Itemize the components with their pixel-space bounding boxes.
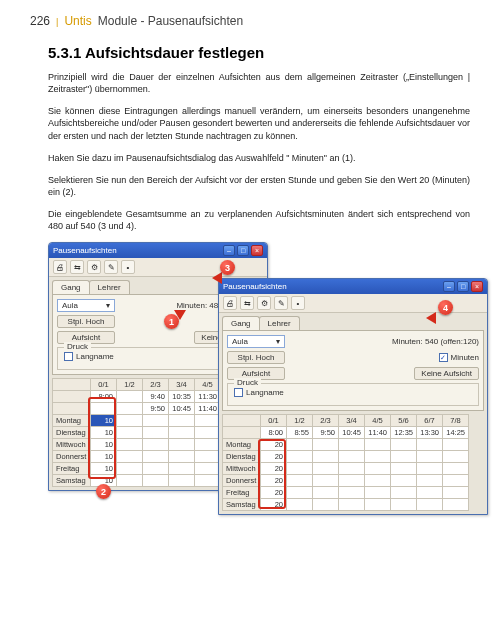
minimize-button[interactable]: –	[443, 281, 455, 292]
paragraph: Selektieren Sie nun den Bereich der Aufs…	[48, 174, 470, 198]
paragraph: Die eingeblendete Gesamtsumme an zu verp…	[48, 208, 470, 232]
tab-lehrer[interactable]: Lehrer	[89, 280, 130, 294]
toolbar-icon[interactable]: 🖨	[53, 260, 67, 274]
tab-gang[interactable]: Gang	[222, 316, 260, 330]
toolbar-icon[interactable]: ✎	[104, 260, 118, 274]
page-header: 226 | Untis Module - Pausenaufsichten	[30, 14, 470, 28]
window-title: Pausenaufsichten	[53, 246, 221, 255]
highlight-box-values-left	[88, 397, 116, 479]
chevron-down-icon: ▾	[106, 301, 110, 310]
toolbar-icon[interactable]: ✎	[274, 296, 288, 310]
keine-aufsicht-button[interactable]: Keine Aufsicht	[414, 367, 479, 380]
brand-name: Untis	[64, 14, 91, 28]
minimize-button[interactable]: –	[223, 245, 235, 256]
window-title: Pausenaufsichten	[223, 282, 441, 291]
titlebar[interactable]: Pausenaufsichten – □ ×	[49, 243, 267, 258]
maximize-button[interactable]: □	[457, 281, 469, 292]
minutes-label: Minuten: 540 (offen:120)	[392, 337, 479, 346]
close-button[interactable]: ×	[471, 281, 483, 292]
figure-area: Pausenaufsichten – □ × 🖨 ⇆ ⚙ ✎ • Gang Le…	[48, 242, 470, 542]
titlebar[interactable]: Pausenaufsichten – □ ×	[219, 279, 487, 294]
druck-legend: Druck	[234, 378, 261, 387]
stpl-hoch-button[interactable]: Stpl. Hoch	[227, 351, 285, 364]
tab-gang[interactable]: Gang	[52, 280, 90, 294]
paragraph: Sie können diese Eintragungen allerdings…	[48, 105, 470, 141]
callout-arrow-icon	[212, 272, 222, 284]
callout-arrow-icon	[426, 312, 436, 324]
toolbar-icon[interactable]: ⚙	[257, 296, 271, 310]
tab-bar: Gang Lehrer	[219, 313, 487, 330]
callout-2: 2	[96, 484, 111, 499]
minuten-checkbox[interactable]: ✓Minuten	[439, 353, 479, 362]
tab-lehrer[interactable]: Lehrer	[259, 316, 300, 330]
page-number: 226	[30, 14, 50, 28]
toolbar-icon[interactable]: ⚙	[87, 260, 101, 274]
gang-dropdown[interactable]: Aula▾	[227, 335, 285, 348]
paragraph: Prinzipiell wird die Dauer der einzelnen…	[48, 71, 470, 95]
header-divider: |	[56, 17, 58, 27]
maximize-button[interactable]: □	[237, 245, 249, 256]
chevron-down-icon: ▾	[276, 337, 280, 346]
toolbar-icon[interactable]: •	[291, 296, 305, 310]
toolbar-icon[interactable]: •	[121, 260, 135, 274]
section-title: 5.3.1 Aufsichtsdauer festlegen	[48, 44, 470, 61]
langname-checkbox[interactable]: Langname	[234, 388, 284, 397]
gang-dropdown[interactable]: Aula▾	[57, 299, 115, 312]
module-label: Module - Pausenaufsichten	[98, 14, 243, 28]
druck-fieldset: Druck Langname	[227, 383, 479, 406]
close-button[interactable]: ×	[251, 245, 263, 256]
stpl-hoch-button[interactable]: Stpl. Hoch	[57, 315, 115, 328]
paragraph: Haken Sie dazu im Pausenaufsichtsdialog …	[48, 152, 470, 164]
highlight-box-values-right	[258, 439, 286, 509]
langname-checkbox[interactable]: Langname	[64, 352, 114, 361]
druck-legend: Druck	[64, 342, 91, 351]
toolbar-icon[interactable]: ⇆	[240, 296, 254, 310]
settings-panel: Aula▾ Minuten: 540 (offen:120) Stpl. Hoc…	[222, 330, 484, 411]
toolbar-icon[interactable]: ⇆	[70, 260, 84, 274]
toolbar-icon[interactable]: 🖨	[223, 296, 237, 310]
